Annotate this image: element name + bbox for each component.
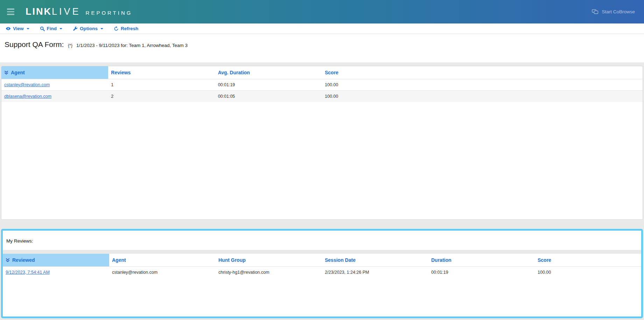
hunt-group-cell: christy-hg1@revation.com	[216, 267, 322, 278]
column-header-label: Avg. Duration	[218, 70, 250, 75]
find-label: Find	[47, 26, 57, 31]
options-label: Options	[80, 26, 98, 31]
table-header-row: Reviewed Agent Hunt Group Session Date	[3, 254, 641, 267]
cobrowse-screens-icon	[592, 9, 598, 14]
column-header-agent[interactable]: Agent	[109, 254, 216, 267]
column-header-label: Score	[325, 70, 338, 75]
column-header-score[interactable]: Score	[322, 66, 643, 79]
reviews-cell: 1	[108, 79, 215, 91]
column-header-reviewed[interactable]: Reviewed	[3, 254, 109, 267]
caret-down-icon	[100, 28, 103, 29]
reviewed-cell: 9/12/2023, 7:54:41 AM	[3, 267, 109, 278]
view-label: View	[13, 26, 24, 31]
column-header-duration[interactable]: Duration	[428, 254, 535, 267]
start-cobrowse-button[interactable]: Start CoBrowse	[590, 9, 637, 15]
avg-duration-cell: 00:01:05	[215, 91, 322, 102]
options-menu-button[interactable]: Options	[73, 26, 103, 31]
agent-cell: cstanley@revation.com	[1, 79, 108, 91]
agent-cell: cstanley@revation.com	[109, 267, 216, 278]
column-header-avg-duration[interactable]: Avg. Duration	[215, 66, 322, 79]
title-token: {*}	[68, 43, 72, 48]
find-menu-button[interactable]: Find	[40, 26, 63, 31]
app-logo: LINKLIVE REPORTING	[26, 6, 132, 17]
my-reviews-panel: My Reviews:	[1, 229, 643, 318]
avg-duration-cell: 00:01:19	[215, 79, 322, 91]
report-title-row: Support QA Form: {*} 1/1/2023 - 9/11/202…	[0, 34, 644, 62]
page-title: Support QA Form:	[5, 40, 64, 49]
title-date-range: 1/1/2023 - 9/11/2023 for: Team 1, Arrowh…	[76, 43, 188, 48]
table-row: cstanley@revation.com 1 00:01:19 100.00	[1, 79, 643, 91]
wrench-icon	[73, 26, 78, 31]
score-cell: 100.00	[322, 91, 643, 102]
score-cell: 100.00	[535, 267, 641, 278]
app-header: LINKLIVE REPORTING Start CoBrowse	[0, 0, 644, 23]
reviews-cell: 2	[108, 91, 215, 102]
table-header-row: Agent Reviews Avg. Duration Score	[1, 66, 643, 79]
agent-summary-table: Agent Reviews Avg. Duration Score	[1, 66, 643, 102]
column-header-label: Session Date	[325, 257, 356, 263]
column-header-label: Reviewed	[12, 257, 35, 263]
app-root: LINKLIVE REPORTING Start CoBrowse	[0, 0, 644, 320]
view-menu-button[interactable]: View	[6, 26, 29, 31]
column-header-hunt-group[interactable]: Hunt Group	[216, 254, 322, 267]
review-date-link[interactable]: 9/12/2023, 7:54:41 AM	[6, 270, 50, 275]
refresh-label: Refresh	[121, 26, 138, 31]
table-row: 9/12/2023, 7:54:41 AM cstanley@revation.…	[3, 267, 641, 278]
logo-text-light: LIVE	[52, 6, 81, 17]
column-header-session-date[interactable]: Session Date	[322, 254, 428, 267]
caret-down-icon	[59, 28, 62, 29]
hamburger-menu-button[interactable]	[6, 6, 16, 17]
agent-summary-panel: Agent Reviews Avg. Duration Score	[1, 66, 643, 220]
score-cell: 100.00	[322, 79, 643, 91]
table-row: dblasena@revation.com 2 00:01:05 100.00	[1, 91, 643, 102]
refresh-icon	[114, 26, 119, 31]
report-toolbar: View Find Options	[0, 23, 644, 34]
search-icon	[40, 26, 45, 31]
eye-icon	[6, 26, 11, 31]
my-reviews-table: Reviewed Agent Hunt Group Session Date	[3, 254, 641, 278]
double-chevron-down-icon	[6, 258, 10, 263]
logo-text-bold: LINK	[26, 6, 52, 17]
column-header-label: Score	[538, 257, 551, 263]
section-divider	[3, 250, 641, 254]
duration-cell: 00:01:19	[428, 267, 535, 278]
session-date-cell: 2/23/2023, 1:24:26 PM	[322, 267, 428, 278]
column-header-label: Duration	[431, 257, 451, 263]
column-header-reviews[interactable]: Reviews	[108, 66, 215, 79]
agent-cell: dblasena@revation.com	[1, 91, 108, 102]
column-header-label: Agent	[112, 257, 126, 263]
column-header-score[interactable]: Score	[535, 254, 641, 267]
hamburger-icon	[7, 8, 14, 15]
caret-down-icon	[27, 28, 29, 29]
column-header-label: Agent	[11, 70, 25, 75]
refresh-button[interactable]: Refresh	[114, 26, 138, 31]
report-content: Agent Reviews Avg. Duration Score	[0, 62, 644, 320]
column-header-agent[interactable]: Agent	[1, 66, 108, 79]
column-header-label: Hunt Group	[218, 257, 246, 263]
logo-product-label: REPORTING	[86, 10, 133, 16]
my-reviews-label: My Reviews:	[3, 231, 641, 250]
double-chevron-down-icon	[4, 70, 8, 75]
agent-link[interactable]: dblasena@revation.com	[4, 94, 51, 99]
agent-link[interactable]: cstanley@revation.com	[4, 82, 50, 87]
cobrowse-label: Start CoBrowse	[602, 9, 635, 14]
column-header-label: Reviews	[111, 70, 131, 75]
